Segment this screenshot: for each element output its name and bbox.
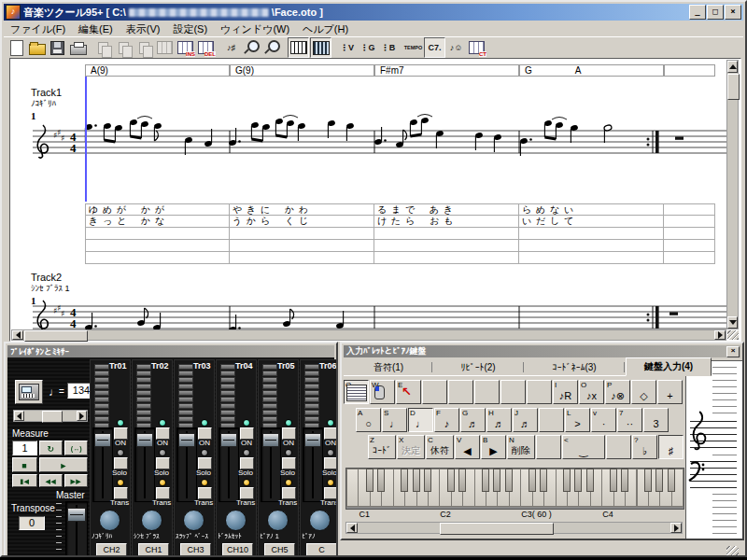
print-button[interactable] bbox=[68, 38, 88, 57]
channel-fader[interactable] bbox=[176, 427, 197, 502]
pan-knob[interactable] bbox=[141, 510, 162, 531]
tempo-down-button[interactable] bbox=[14, 411, 24, 421]
lyric-cell[interactable]: う か ら く じ bbox=[230, 216, 374, 228]
delete-measure-button[interactable]: DEL bbox=[196, 38, 216, 57]
app-resize-grip[interactable] bbox=[726, 546, 739, 556]
lyric-cell[interactable]: け た ら お も bbox=[374, 216, 519, 228]
channel-number-button[interactable]: CH5 bbox=[264, 543, 295, 557]
score-hscrollbar[interactable] bbox=[11, 329, 726, 341]
quarter-note-key[interactable]: D♩ bbox=[408, 408, 433, 432]
tempo-button[interactable]: TEMPO bbox=[403, 38, 423, 57]
event-list-button[interactable]: CT bbox=[467, 38, 486, 57]
tab-1[interactable]: 音符(1) bbox=[345, 359, 431, 375]
velocity-button[interactable]: ⋮V bbox=[337, 38, 357, 57]
channel-number-button[interactable]: CH1 bbox=[138, 543, 169, 557]
score-input-key[interactable]: Q bbox=[344, 380, 369, 404]
lyric-cell[interactable]: ゆ め が か が bbox=[85, 203, 230, 216]
tab-4[interactable]: 鍵盤入力(4) bbox=[626, 357, 712, 376]
black-key[interactable] bbox=[413, 469, 420, 492]
sixtyfourth-note-key[interactable]: J♬ bbox=[513, 408, 538, 432]
menu-item-4[interactable]: ウィンドウ(W) bbox=[214, 21, 296, 37]
pan-knob[interactable] bbox=[225, 510, 247, 531]
sharp-key[interactable]: ♯ bbox=[658, 435, 684, 459]
channel-fader-thumb[interactable] bbox=[220, 433, 237, 447]
black-key[interactable] bbox=[655, 469, 663, 492]
eighth-note-key[interactable]: F♪ bbox=[434, 408, 459, 432]
play-button[interactable]: ► bbox=[39, 457, 88, 472]
black-key[interactable] bbox=[447, 469, 455, 492]
mouse-input-key[interactable]: W bbox=[370, 380, 395, 404]
scroll-up-button[interactable] bbox=[727, 61, 738, 73]
lyric-cell[interactable] bbox=[519, 240, 664, 252]
whole-note-key[interactable]: A○ bbox=[356, 408, 381, 432]
white-key[interactable] bbox=[346, 469, 359, 507]
hscroll-thumb[interactable] bbox=[24, 330, 88, 342]
confirm-key[interactable]: X決定 bbox=[397, 435, 425, 459]
tab-2[interactable]: ﾘﾋﾟｰﾄ(2) bbox=[433, 359, 523, 375]
expression-button[interactable]: ♪☺ bbox=[446, 38, 466, 57]
chord-box-2[interactable]: G(9) bbox=[230, 64, 374, 77]
black-key[interactable] bbox=[377, 469, 385, 492]
score-vscrollbar[interactable] bbox=[726, 60, 739, 329]
lyric-cell[interactable] bbox=[85, 240, 230, 252]
pan-knob[interactable] bbox=[183, 510, 204, 531]
palette-title-bar[interactable]: 入力ﾊﾟﾚｯﾄとﾋﾟｱﾉ鍵盤 × bbox=[344, 345, 740, 357]
to-start-button[interactable]: ▮◀ bbox=[12, 474, 37, 487]
scroll-left-button[interactable] bbox=[12, 330, 23, 340]
pan-knob[interactable] bbox=[267, 510, 289, 531]
lyric-cell[interactable] bbox=[664, 216, 715, 228]
chord-key[interactable]: Zｺｰﾄﾞ bbox=[368, 435, 396, 459]
master-fader[interactable] bbox=[65, 501, 88, 557]
mixer-title-bar[interactable]: ﾌﾟﾚｲﾎﾞﾀﾝとﾐｷｻｰ bbox=[7, 345, 334, 357]
input-palette-window[interactable]: 入力ﾊﾟﾚｯﾄとﾋﾟｱﾉ鍵盤 × 音符(1)ﾘﾋﾟｰﾄ(2)ｺｰﾄﾞﾈｰﾑ(3)… bbox=[340, 342, 744, 540]
accent-key[interactable]: L> bbox=[565, 408, 590, 432]
lyric-cell[interactable]: い だ し て bbox=[519, 216, 664, 228]
piano-keyboard[interactable] bbox=[345, 468, 684, 510]
piano-roll-window-button[interactable] bbox=[288, 37, 309, 58]
lyric-cell[interactable] bbox=[664, 240, 715, 252]
channel-fader-thumb[interactable] bbox=[136, 433, 153, 447]
dot-key[interactable]: v· bbox=[591, 408, 616, 432]
black-key[interactable] bbox=[668, 469, 675, 492]
edit-notes-button[interactable]: ♪♯ bbox=[221, 38, 241, 57]
scroll-right-button[interactable] bbox=[714, 330, 726, 340]
black-key[interactable] bbox=[424, 469, 431, 492]
black-key[interactable] bbox=[366, 469, 374, 492]
chord-box-3[interactable]: F#m7 bbox=[374, 64, 519, 77]
tempo-thumb[interactable] bbox=[42, 411, 63, 423]
black-key[interactable] bbox=[493, 469, 500, 492]
lyric-cell[interactable]: る ま で あ き bbox=[374, 203, 519, 216]
note-x-key[interactable]: O♪x bbox=[579, 380, 604, 404]
maximize-button[interactable]: □ bbox=[707, 5, 724, 20]
rewind-button[interactable]: ◀◀ bbox=[39, 474, 63, 487]
note-ox-key[interactable]: P♪⊗ bbox=[605, 380, 630, 404]
lyric-cell[interactable] bbox=[374, 252, 519, 264]
save-file-button[interactable] bbox=[48, 38, 67, 57]
chord-c7-button[interactable]: C7. bbox=[424, 37, 445, 58]
chord-box-5[interactable] bbox=[664, 64, 715, 77]
channel-fader[interactable] bbox=[92, 427, 113, 502]
lyric-cell[interactable] bbox=[664, 203, 715, 216]
gate-time-button[interactable]: ⋮G bbox=[358, 38, 377, 57]
menu-item-1[interactable]: 編集(E) bbox=[72, 21, 120, 37]
lyric-cell[interactable] bbox=[519, 228, 664, 240]
midi-device-button[interactable] bbox=[15, 380, 43, 404]
scroll-right-button[interactable] bbox=[670, 523, 682, 533]
open-file-button[interactable] bbox=[27, 38, 47, 57]
black-key[interactable] bbox=[458, 469, 466, 492]
master-fader-thumb[interactable] bbox=[67, 508, 86, 522]
lyric-cell[interactable] bbox=[664, 228, 715, 240]
mixer-window-button[interactable] bbox=[310, 37, 331, 58]
lyric-cell[interactable]: や き に か わ bbox=[230, 203, 374, 216]
menu-item-2[interactable]: 表示(V) bbox=[120, 21, 167, 37]
channel-fader-thumb[interactable] bbox=[262, 433, 279, 447]
channel-fader[interactable] bbox=[261, 427, 281, 502]
tempo-up-button[interactable] bbox=[77, 411, 87, 421]
chord-box-1[interactable]: A(9) bbox=[85, 64, 230, 77]
cursor-key[interactable]: E↖ bbox=[396, 380, 421, 404]
right-key[interactable]: B▶ bbox=[481, 435, 506, 459]
menu-item-5[interactable]: ヘルプ(H) bbox=[296, 21, 355, 37]
black-key[interactable] bbox=[574, 469, 582, 492]
channel-fader[interactable] bbox=[303, 427, 323, 502]
black-key[interactable] bbox=[586, 469, 594, 492]
